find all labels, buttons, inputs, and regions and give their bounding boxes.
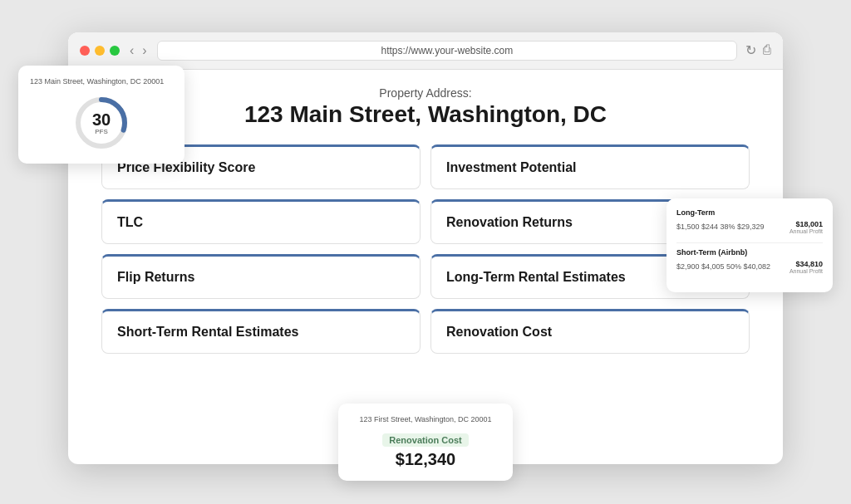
short-term-profit-box: $34,810 Annual Profit [790, 260, 823, 274]
short-term-label: Short-Term (Airbnb) [676, 248, 823, 257]
long-term-stats-row: $1,500 $244 38% $29,329 $18,001 Annual P… [676, 220, 823, 234]
back-button[interactable]: ‹ [128, 43, 135, 58]
card-title-shortterm-rental: Short-Term Rental Estimates [117, 325, 405, 340]
reno-card-address: 123 First Street, Washington, DC 20001 [352, 415, 499, 423]
long-term-stats: $1,500 $244 38% $29,329 [676, 223, 765, 231]
browser-actions: ↻ ⎙ [745, 42, 771, 58]
property-header: Property Address: 123 Main Street, Washi… [101, 86, 750, 128]
card-shortterm-rental[interactable]: Short-Term Rental Estimates [101, 309, 421, 354]
pfs-circle: 30 PFS [72, 94, 130, 152]
short-term-stats: $2,900 $4,005 50% $40,082 [676, 262, 770, 271]
forward-button[interactable]: › [140, 43, 148, 58]
rental-divider [676, 242, 823, 243]
card-investment-potential[interactable]: Investment Potential [430, 144, 750, 189]
short-term-profit-label: Annual Profit [790, 268, 823, 274]
pfs-circle-container: 30 PFS [30, 94, 173, 152]
short-term-section: Short-Term (Airbnb) $2,900 $4,005 50% $4… [676, 248, 823, 274]
share-icon[interactable]: ⎙ [763, 42, 771, 58]
address-bar[interactable]: https://www.your-website.com [157, 41, 737, 61]
rental-float-card: Long-Term $1,500 $244 38% $29,329 $18,00… [667, 198, 833, 292]
minimize-button[interactable] [95, 46, 105, 56]
property-label: Property Address: [101, 86, 750, 100]
nav-buttons: ‹ › [128, 43, 149, 58]
pfs-score-value: 30 [92, 110, 111, 127]
long-term-label: Long-Term [676, 208, 823, 217]
maximize-button[interactable] [110, 46, 120, 56]
long-term-profit-label: Annual Profit [790, 228, 823, 234]
reno-card-label: Renovation Cost [382, 433, 468, 447]
short-term-profit: $34,810 [790, 260, 823, 268]
reno-float-card: 123 First Street, Washington, DC 20001 R… [338, 404, 513, 481]
pfs-score-label: PFS [92, 127, 111, 135]
long-term-section: Long-Term $1,500 $244 38% $29,329 $18,00… [676, 208, 823, 234]
property-address: 123 Main Street, Washington, DC [101, 101, 750, 128]
card-title-tlc: TLC [117, 215, 405, 230]
pfs-score-inner: 30 PFS [92, 110, 111, 135]
traffic-lights [80, 46, 120, 56]
long-term-profit: $18,001 [790, 220, 823, 228]
card-flip-returns[interactable]: Flip Returns [101, 254, 421, 299]
refresh-icon[interactable]: ↻ [745, 42, 756, 58]
browser-chrome: ‹ › https://www.your-website.com ↻ ⎙ [68, 32, 783, 70]
cards-grid: Price Flexibility Score Investment Poten… [101, 144, 750, 354]
close-button[interactable] [80, 46, 90, 56]
card-title-investment-potential: Investment Potential [446, 160, 734, 175]
long-term-profit-box: $18,001 Annual Profit [790, 220, 823, 234]
card-title-renovation-cost: Renovation Cost [446, 325, 734, 340]
card-tlc[interactable]: TLC [101, 199, 421, 244]
pfs-float-card: 123 Main Street, Washington, DC 20001 30… [18, 66, 184, 164]
reno-card-value: $12,340 [352, 450, 499, 469]
short-term-stats-row: $2,900 $4,005 50% $40,082 $34,810 Annual… [676, 260, 823, 274]
pfs-card-address: 123 Main Street, Washington, DC 20001 [30, 77, 173, 86]
card-title-flip-returns: Flip Returns [117, 270, 405, 285]
card-renovation-cost[interactable]: Renovation Cost [430, 309, 750, 354]
